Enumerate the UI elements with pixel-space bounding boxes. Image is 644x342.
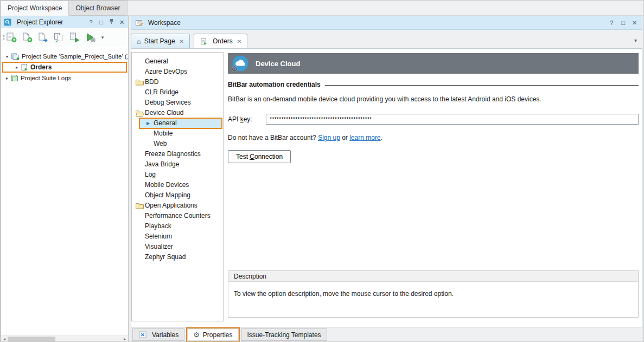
options-item-visualizer[interactable]: Visualizer: [132, 242, 223, 252]
api-key-row: API key:: [228, 114, 639, 125]
options-item-label: Open Applications: [145, 201, 197, 211]
options-item-label: Freeze Diagnostics: [145, 149, 201, 159]
options-item-label: BDD: [145, 77, 158, 87]
options-item-general[interactable]: General: [132, 56, 223, 67]
scroll-left-icon[interactable]: ◂: [1, 336, 8, 342]
tab-properties[interactable]: ⚙ Properties: [187, 328, 238, 341]
close-tab-icon[interactable]: ✕: [237, 38, 241, 44]
options-item-freeze-diagnostics[interactable]: Freeze Diagnostics: [132, 149, 223, 159]
options-item-selenium[interactable]: Selenium: [132, 231, 223, 242]
tree-item-project-suite-logs[interactable]: ▸ Project Suite Logs: [1, 73, 128, 83]
help-icon[interactable]: ?: [87, 18, 95, 27]
options-item-open-applications[interactable]: Open Applications: [132, 201, 223, 211]
tab-variables[interactable]: Variables: [132, 328, 184, 341]
section-divider: [325, 85, 639, 86]
options-item-object-mapping[interactable]: Object Mapping: [132, 190, 223, 201]
close-tab-icon[interactable]: ✕: [180, 38, 184, 44]
options-item-playback[interactable]: Playback: [132, 221, 223, 231]
options-item-label: Debug Services: [145, 98, 191, 108]
options-item-mobile[interactable]: Mobile: [132, 128, 223, 139]
options-item-label: Zephyr Squad: [145, 252, 186, 262]
options-item-label: Mobile Devices: [145, 180, 189, 190]
options-item-mobile-devices[interactable]: Mobile Devices: [132, 180, 223, 190]
project-explorer-toolbar: ⁞⁞ ▾: [1, 28, 128, 47]
options-item-azure-devops[interactable]: Azure DevOps: [132, 67, 223, 77]
doc-tab-start-page[interactable]: ⌂ Start Page ✕: [131, 34, 190, 48]
doc-tab-label: Start Page: [144, 37, 175, 45]
add-new-project-suite-icon[interactable]: [5, 31, 18, 44]
test-connection-button[interactable]: Test Connection: [228, 150, 291, 163]
variables-icon: [139, 331, 146, 338]
options-item-general[interactable]: ▶General: [132, 118, 223, 128]
api-key-label: API key:: [228, 115, 266, 123]
options-item-zephyr-squad[interactable]: Zephyr Squad: [132, 252, 223, 262]
properties-page: GeneralAzure DevOpsBDDCLR BridgeDebug Se…: [131, 48, 642, 327]
add-new-item-icon[interactable]: [21, 31, 34, 44]
options-item-label: CLR Bridge: [145, 87, 178, 98]
float-window-icon[interactable]: □: [619, 18, 627, 27]
project-explorer-icon: [4, 18, 11, 26]
chevron-collapsed-icon[interactable]: ▸: [4, 76, 10, 81]
selected-item-arrow-icon: ▶: [146, 118, 150, 128]
or-text: or: [342, 134, 348, 141]
pin-icon[interactable]: [107, 18, 116, 27]
account-line: Do not have a BitBar account? Sign up or…: [228, 134, 639, 141]
doc-tab-orders[interactable]: Orders ✕: [194, 34, 247, 48]
api-key-input[interactable]: [266, 114, 639, 125]
run-test-icon[interactable]: [68, 31, 81, 44]
options-item-label: Playback: [145, 221, 171, 231]
add-existing-item-icon[interactable]: [36, 31, 49, 44]
scrollbar-thumb[interactable]: [8, 337, 55, 342]
horizontal-scrollbar[interactable]: ◂ ▸: [1, 335, 128, 342]
options-item-device-cloud[interactable]: Device Cloud: [132, 108, 223, 118]
folder-icon: [136, 79, 144, 86]
description-box: Description To view the option descripti…: [228, 270, 639, 318]
close-panel-icon[interactable]: ✕: [118, 18, 126, 27]
tab-list-dropdown-icon[interactable]: ▾: [634, 37, 637, 43]
options-item-log[interactable]: Log: [132, 170, 223, 180]
chevron-expanded-icon[interactable]: ▾: [4, 54, 10, 59]
learn-more-link[interactable]: learn more: [349, 134, 380, 141]
intro-text: BitBar is an on-demand mobile device clo…: [228, 95, 639, 103]
run-project-icon[interactable]: [84, 31, 97, 44]
options-item-label: Visualizer: [145, 242, 173, 252]
tab-object-browser[interactable]: Object Browser: [69, 1, 127, 16]
float-window-icon[interactable]: □: [97, 18, 105, 27]
doc-tab-label: Orders: [213, 37, 233, 45]
tree-item-project-suite[interactable]: ▾ Project Suite 'Sample_Project_Suite' (…: [1, 51, 128, 62]
workspace-icon: [135, 19, 143, 27]
folder-icon: [136, 203, 144, 209]
section-title: BitBar automation credentials: [228, 81, 321, 88]
tab-project-workspace[interactable]: Project Workspace: [1, 1, 69, 16]
sign-up-link[interactable]: Sign up: [318, 134, 340, 141]
toolbar-dropdown-icon[interactable]: ▾: [99, 35, 106, 40]
options-item-label: Log: [145, 170, 156, 180]
tab-issue-tracking-templates[interactable]: Issue-Tracking Templates: [241, 328, 327, 341]
tree-item-label: Project Suite 'Sample_Project_Suite' (1 …: [22, 53, 128, 60]
options-item-label: Object Mapping: [145, 190, 190, 201]
banner-title: Device Cloud: [256, 60, 300, 68]
options-item-java-bridge[interactable]: Java Bridge: [132, 159, 223, 170]
options-item-debug-services[interactable]: Debug Services: [132, 98, 223, 108]
options-item-clr-bridge[interactable]: CLR Bridge: [132, 87, 223, 98]
close-panel-icon[interactable]: ✕: [630, 18, 639, 27]
object-spy-icon[interactable]: [52, 31, 65, 44]
folder-open-icon: [136, 110, 144, 117]
project-explorer-header: Project Explorer ? □ ✕: [1, 16, 128, 28]
selection-highlight-box: [139, 118, 222, 129]
options-item-performance-counters[interactable]: Performance Counters: [132, 211, 223, 221]
options-item-bdd[interactable]: BDD: [132, 77, 223, 87]
scroll-right-icon[interactable]: ▸: [122, 336, 128, 342]
account-suffix: .: [381, 134, 382, 141]
toolbar-grip[interactable]: ⁞⁞: [3, 34, 4, 41]
orders-highlight-box: [2, 62, 127, 73]
project-suite-icon: [11, 53, 20, 60]
tree-item-orders[interactable]: ▸ Orders: [1, 62, 128, 73]
options-item-web[interactable]: Web: [132, 139, 223, 149]
help-icon[interactable]: ?: [608, 18, 616, 27]
options-list: GeneralAzure DevOpsBDDCLR BridgeDebug Se…: [131, 52, 224, 321]
options-item-label: Performance Counters: [145, 211, 211, 221]
tab-label: Properties: [203, 331, 233, 339]
top-tabbar: Project Workspace Object Browser: [1, 1, 643, 16]
logs-icon: [11, 74, 18, 82]
